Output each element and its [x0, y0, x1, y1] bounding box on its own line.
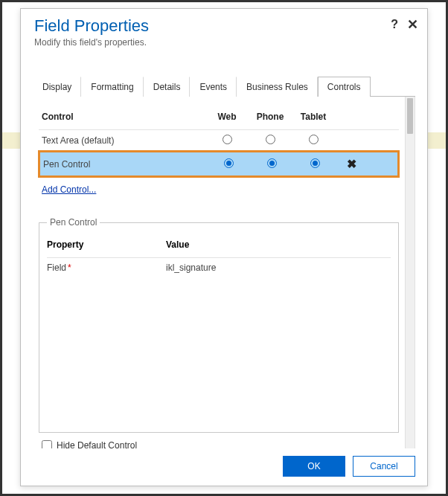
dialog-header: Field Properties Modify this field's pro…	[21, 9, 427, 52]
tab-business-rules[interactable]: Business Rules	[237, 77, 318, 97]
radio-web-textarea[interactable]	[223, 135, 232, 144]
tab-events[interactable]: Events	[190, 77, 237, 97]
hide-default-label: Hide Default Control	[57, 440, 137, 448]
close-icon[interactable]: ✕	[407, 18, 418, 31]
remove-control-icon[interactable]: ✖	[336, 157, 366, 171]
control-name: Pen Control	[43, 159, 207, 170]
control-name: Text Area (default)	[42, 135, 205, 146]
control-row-text-area[interactable]: Text Area (default)	[39, 129, 399, 151]
radio-phone-pen[interactable]	[267, 158, 277, 168]
property-value: ikl_signature	[166, 263, 391, 273]
col-header-value: Value	[166, 239, 391, 250]
controls-table-header: Control Web Phone Tablet	[39, 107, 399, 129]
hide-default-checkbox[interactable]	[42, 440, 52, 448]
tab-display[interactable]: Display	[33, 77, 81, 97]
tab-strip: Display Formatting Details Events Busine…	[33, 76, 415, 97]
radio-web-pen[interactable]	[224, 158, 234, 168]
col-header-tablet: Tablet	[292, 112, 335, 122]
control-row-pen-control[interactable]: Pen Control ✖	[38, 150, 400, 178]
property-table-header: Property Value	[47, 236, 391, 257]
radio-phone-textarea[interactable]	[266, 135, 275, 144]
property-label: Field	[47, 263, 66, 273]
cancel-button[interactable]: Cancel	[353, 456, 415, 477]
scroll-thumb[interactable]	[407, 98, 413, 134]
col-header-property: Property	[47, 239, 166, 250]
tab-formatting[interactable]: Formatting	[81, 77, 143, 97]
col-header-phone: Phone	[249, 112, 292, 122]
property-name: Field*	[47, 263, 166, 273]
col-header-control: Control	[42, 112, 205, 122]
tab-content-controls: Control Web Phone Tablet Text Area (defa…	[33, 97, 405, 448]
col-header-web: Web	[205, 112, 249, 122]
pen-control-fieldset: Pen Control Property Value Field* ikl_si…	[39, 217, 399, 433]
help-icon[interactable]: ?	[391, 18, 398, 31]
dialog-subtitle: Modify this field's properties.	[34, 37, 415, 48]
pen-control-legend: Pen Control	[47, 217, 100, 228]
hide-default-control-option[interactable]: Hide Default Control	[42, 440, 399, 448]
tab-details[interactable]: Details	[144, 77, 191, 97]
required-star-icon: *	[68, 263, 71, 273]
dialog-footer: OK Cancel	[21, 448, 427, 486]
radio-tablet-pen[interactable]	[310, 158, 320, 168]
add-control-link[interactable]: Add Control...	[42, 184, 96, 195]
ok-button[interactable]: OK	[283, 456, 345, 477]
vertical-scrollbar[interactable]	[405, 97, 415, 448]
radio-tablet-textarea[interactable]	[309, 135, 319, 144]
tab-controls[interactable]: Controls	[318, 77, 371, 97]
property-row-field[interactable]: Field* ikl_signature	[47, 257, 391, 277]
field-properties-dialog: Field Properties Modify this field's pro…	[20, 8, 428, 486]
controls-table: Control Web Phone Tablet Text Area (defa…	[39, 107, 399, 178]
dialog-title: Field Properties	[34, 16, 415, 36]
